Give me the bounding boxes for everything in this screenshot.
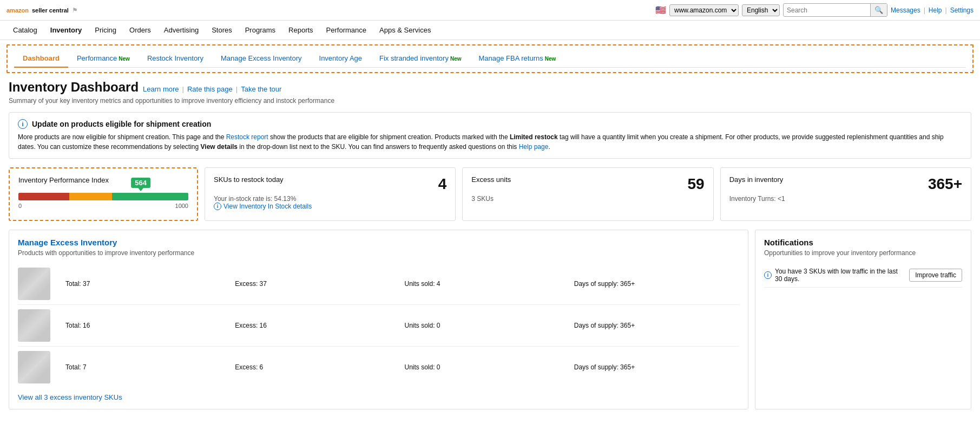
metrics-row: Inventory Performance Index 564 0 1000 S… [9,167,971,221]
tab-manage-excess[interactable]: Manage Excess Inventory [212,50,311,68]
view-all-excess-link[interactable]: View all 3 excess inventory SKUs [18,393,739,401]
excess-card-subtitle: Products with opportunities to improve i… [18,249,739,257]
info-banner-text: More products are now eligible for shipm… [18,132,962,152]
excess-days-2: Days of supply: 365+ [574,363,739,371]
metric-card-days: Days in inventory 365+ Inventory Turns: … [720,167,971,221]
product-thumb-2 [18,309,50,342]
tab-bar-wrapper: Dashboard PerformanceNew Restock Invento… [6,44,974,73]
info-icon: i [18,119,28,129]
search-box: 🔍 [783,3,887,17]
nav-advertising[interactable]: Advertising [157,21,205,40]
tab-bar: Dashboard PerformanceNew Restock Invento… [14,50,966,68]
notif-item-0: i You have 3 SKUs with low traffic in th… [764,263,962,288]
info-banner-title: i Update on products eligible for shipme… [18,119,962,129]
sep1: | [182,85,184,93]
tab-restock[interactable]: Restock Inventory [139,50,212,68]
excess-total-1: Total: 16 [65,322,231,329]
metric-header-days: Days in inventory 365+ [729,175,962,193]
rate-page-link[interactable]: Rate this page [187,85,233,93]
excess-card-title[interactable]: Manage Excess Inventory [18,238,739,247]
ipi-card-title: Inventory Performance Index [18,176,188,184]
excess-table: Total: 37 Excess: 37 Units sold: 4 Days … [18,263,739,388]
metric-label-days: Days in inventory [729,175,784,184]
main-nav: Catalog Inventory Pricing Orders Adverti… [0,21,980,40]
nav-pricing[interactable]: Pricing [88,21,123,40]
take-tour-link[interactable]: Take the tour [241,85,281,93]
learn-more-link[interactable]: Learn more [143,85,179,93]
help-page-link[interactable]: Help page [519,143,549,151]
excess-days-1: Days of supply: 365+ [574,322,739,329]
search-input[interactable] [784,5,870,16]
ipi-bar-labels: 0 1000 [18,203,188,209]
excess-units-1: Units sold: 0 [405,322,570,329]
excess-excess-0: Excess: 37 [235,280,400,288]
metric-header-excess: Excess units 59 [471,175,704,193]
badge-new-fba: New [545,56,556,62]
excess-units-0: Units sold: 4 [405,280,570,288]
product-thumb-3 [18,351,50,383]
ipi-marker: 564 [131,178,150,188]
product-thumb-1 [18,268,50,300]
lang-select[interactable]: English [742,4,780,16]
domain-select[interactable]: www.amazon.com [669,4,739,16]
tab-inventory-age[interactable]: Inventory Age [311,50,371,68]
bottom-row: Manage Excess Inventory Products with op… [9,230,971,409]
ipi-bar-wrapper: 564 0 1000 [18,193,188,209]
messages-link[interactable]: Messages [891,6,920,14]
tab-performance[interactable]: PerformanceNew [68,50,139,68]
nav-stores[interactable]: Stores [205,21,239,40]
logo-icon: amazon [6,7,29,14]
info-banner: i Update on products eligible for shipme… [9,112,971,159]
excess-card: Manage Excess Inventory Products with op… [9,230,748,409]
logo-area: amazon seller central ⚑ [6,6,78,14]
metric-header-restock: SKUs to restock today 4 [214,175,446,193]
ipi-bar [18,193,188,200]
top-bar: amazon seller central ⚑ 🇺🇸 www.amazon.co… [0,0,980,21]
tab-dashboard[interactable]: Dashboard [14,50,68,68]
nav-performance[interactable]: Performance [320,21,373,40]
notif-text-0: i You have 3 SKUs with low traffic in th… [764,268,905,283]
ipi-card: Inventory Performance Index 564 0 1000 [9,167,198,221]
restock-report-link[interactable]: Restock report [226,133,268,141]
metric-value-excess: 59 [688,175,705,193]
excess-units-2: Units sold: 0 [405,363,570,371]
metric-sub-days: Inventory Turns: <1 [729,195,962,203]
bookmark-icon: ⚑ [72,6,78,14]
page-content: Inventory Dashboard Learn more | Rate th… [0,73,980,416]
improve-traffic-button[interactable]: Improve traffic [909,269,962,282]
tab-fba-returns[interactable]: Manage FBA returnsNew [470,50,564,68]
table-row: Total: 37 Excess: 37 Units sold: 4 Days … [18,263,739,305]
excess-total-2: Total: 7 [65,363,231,371]
nav-programs[interactable]: Programs [239,21,282,40]
help-link[interactable]: Help [929,6,942,14]
metric-card-restock: SKUs to restock today 4 Your in-stock ra… [205,167,456,221]
metric-info-restock: i View Inventory In Stock details [214,203,446,210]
badge-new-performance: New [119,56,130,62]
metric-sub-restock: Your in-stock rate is: 54.13% [214,195,446,203]
page-title-links: Learn more | Rate this page | Take the t… [143,85,281,93]
nav-catalog[interactable]: Catalog [6,21,44,40]
settings-link[interactable]: Settings [950,6,974,14]
metric-info-icon: i [214,203,221,210]
nav-apps-services[interactable]: Apps & Services [373,21,437,40]
notifications-card: Notifications Opportunities to improve y… [755,230,971,409]
top-bar-right: 🇺🇸 www.amazon.com English 🔍 Messages | H… [655,3,974,17]
excess-excess-1: Excess: 16 [235,322,400,329]
sep2: | [236,85,238,93]
page-title: Inventory Dashboard [9,80,139,95]
page-subtitle: Summary of your key inventory metrics an… [9,97,971,105]
metric-card-excess: Excess units 59 3 SKUs [462,167,713,221]
search-button[interactable]: 🔍 [870,4,887,16]
metric-sub-excess: 3 SKUs [471,195,704,203]
notif-card-subtitle: Opportunities to improve your inventory … [764,249,962,257]
notif-card-title: Notifications [764,238,962,247]
nav-inventory[interactable]: Inventory [44,21,89,40]
nav-orders[interactable]: Orders [123,21,157,40]
divider2: | [945,6,947,14]
nav-reports[interactable]: Reports [282,21,320,40]
flag-icon: 🇺🇸 [655,5,666,15]
flag-selector: 🇺🇸 [655,5,666,15]
badge-new-stranded: New [450,56,462,62]
view-instock-link[interactable]: View Inventory In Stock details [223,203,312,210]
tab-fix-stranded[interactable]: Fix stranded inventoryNew [371,50,470,68]
